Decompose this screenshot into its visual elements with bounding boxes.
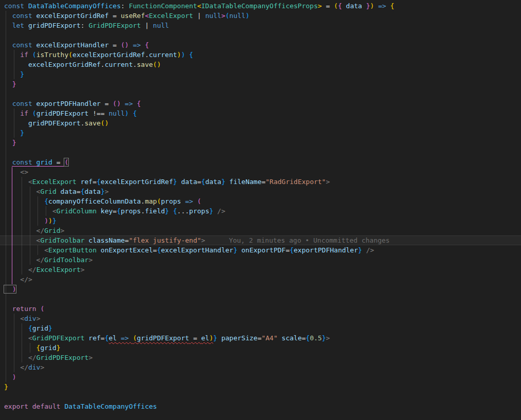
- code-line-current[interactable]: <GridToolbar className="flex justify-end…: [0, 235, 521, 245]
- code-token: }: [4, 129, 24, 137]
- code-token: FunctionComponent: [129, 2, 197, 10]
- code-token: =>: [181, 197, 197, 205]
- code-token: =: [101, 100, 113, 107]
- code-line[interactable]: const DataTableCompanyOffices: FunctionC…: [0, 1, 521, 11]
- code-line[interactable]: {grid}: [0, 343, 521, 353]
- code-token: >: [36, 315, 41, 322]
- code-token: GridToolbar: [40, 236, 84, 244]
- code-token: |: [141, 22, 153, 29]
- code-line[interactable]: </>: [0, 275, 521, 284]
- code-token: current: [149, 51, 177, 59]
- code-line[interactable]: }: [0, 382, 521, 392]
- code-token: ExportButton: [48, 246, 97, 254]
- code-token: <: [145, 12, 149, 20]
- code-line[interactable]: const excelExportGridRef = useRef<ExcelE…: [0, 11, 521, 21]
- code-line[interactable]: const excelExportHandler = () => {: [0, 40, 521, 50]
- code-token: =: [189, 334, 201, 342]
- code-line[interactable]: ): [0, 284, 521, 294]
- code-token: grid: [40, 344, 56, 352]
- code-token: GridToolbar: [44, 256, 88, 264]
- code-line[interactable]: </GridToolbar>: [0, 255, 521, 265]
- code-token: map: [145, 197, 157, 205]
- code-token: field: [145, 207, 165, 215]
- code-token: }: [57, 344, 61, 352]
- code-token: {: [81, 188, 85, 195]
- code-token: 0.5: [310, 334, 322, 342]
- code-token: >: [40, 363, 44, 371]
- code-token: data: [85, 188, 101, 195]
- code-line[interactable]: </div>: [0, 362, 521, 372]
- code-line[interactable]: const exportPDFHandler = () => {: [0, 99, 521, 108]
- code-token: <: [4, 246, 48, 254]
- code-token: ExcelExport: [149, 12, 193, 20]
- code-token: =: [262, 178, 266, 186]
- code-line[interactable]: ): [0, 372, 521, 382]
- code-line[interactable]: }: [0, 138, 521, 148]
- code-line[interactable]: <div>: [0, 314, 521, 323]
- code-token: {: [185, 51, 193, 59]
- code-token: onExportExcel: [97, 246, 153, 254]
- code-token: companyOfficeColumnData: [48, 197, 141, 205]
- code-line[interactable]: <Grid data={data}>: [0, 187, 521, 196]
- code-token: save: [85, 119, 101, 127]
- code-token: .: [141, 207, 145, 215]
- code-token: (): [121, 41, 129, 49]
- code-line[interactable]: if (gridPDFExport !== null) {: [0, 108, 521, 118]
- code-line[interactable]: </ExcelExport>: [0, 265, 521, 275]
- code-token: |: [193, 12, 205, 20]
- code-line[interactable]: }: [0, 128, 521, 138]
- code-line[interactable]: const grid = (: [0, 157, 521, 167]
- code-line[interactable]: ))}: [0, 216, 521, 226]
- code-token: <: [4, 207, 57, 215]
- code-token: data: [205, 178, 221, 186]
- code-line[interactable]: if (isTruthy(excelExportGridRef.current)…: [0, 50, 521, 60]
- code-line[interactable]: </Grid>: [0, 226, 521, 235]
- code-token: </>: [4, 276, 32, 283]
- code-token: <>: [4, 168, 28, 176]
- code-token: {: [4, 344, 40, 352]
- code-line[interactable]: <ExportButton onExportExcel={excelExport…: [0, 245, 521, 255]
- code-line[interactable]: gridPDFExport.save(): [0, 118, 521, 128]
- code-token: ): [4, 285, 16, 293]
- code-token: =: [92, 178, 97, 186]
- code-line[interactable]: let gridPDFExport: GridPDFExport | null: [0, 21, 521, 30]
- code-token: >: [61, 227, 65, 234]
- code-token: ref: [85, 334, 101, 342]
- code-line[interactable]: }: [0, 69, 521, 79]
- code-token: :: [81, 22, 89, 29]
- code-line[interactable]: return (: [0, 304, 521, 314]
- code-line[interactable]: {grid}: [0, 323, 521, 333]
- code-line[interactable]: [0, 89, 521, 99]
- code-line[interactable]: }: [0, 79, 521, 89]
- code-token: (: [32, 109, 36, 117]
- code-line[interactable]: [0, 30, 521, 40]
- code-token: <: [4, 236, 40, 244]
- code-token: gridPDFExport: [137, 334, 189, 342]
- code-line[interactable]: {companyOfficeColumnData.map(props => (: [0, 196, 521, 206]
- code-line[interactable]: excelExportGridRef.current.save(): [0, 60, 521, 69]
- code-token: }: [4, 80, 16, 88]
- code-token: isTruthy: [36, 51, 69, 59]
- code-token: :: [121, 2, 129, 10]
- code-token: ): [125, 109, 129, 117]
- code-token: =: [322, 2, 333, 10]
- code-line[interactable]: <GridColumn key={props.field} {...props}…: [0, 206, 521, 216]
- code-token: ): [4, 217, 48, 225]
- code-line[interactable]: export default DataTableCompanyOffices: [0, 401, 521, 411]
- code-line[interactable]: <ExcelExport ref={excelExportGridRef} da…: [0, 177, 521, 187]
- code-token: data: [177, 178, 197, 186]
- code-token: gridPDFExport: [24, 22, 81, 29]
- code-token: {: [145, 41, 149, 49]
- code-line[interactable]: <>: [0, 167, 521, 177]
- code-line[interactable]: [0, 294, 521, 304]
- code-line[interactable]: [0, 148, 521, 157]
- code-editor[interactable]: const DataTableCompanyOffices: FunctionC…: [0, 0, 521, 420]
- code-token: null: [229, 12, 245, 20]
- code-line[interactable]: [0, 392, 521, 401]
- code-line[interactable]: <GridPDFExport ref={el => (gridPDFExport…: [0, 333, 521, 343]
- code-token: </: [4, 227, 44, 234]
- code-token: }: [4, 70, 24, 78]
- code-token: excelExportHandler: [161, 246, 233, 254]
- code-token: >: [81, 266, 85, 273]
- code-line[interactable]: </GridPDFExport>: [0, 353, 521, 362]
